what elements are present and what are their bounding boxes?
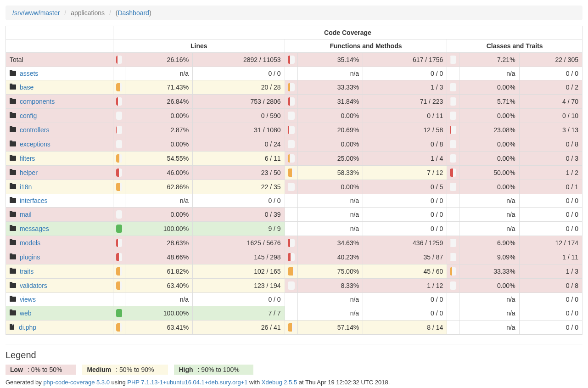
cell-ct-frac: 3 / 13 bbox=[519, 123, 582, 137]
cell-name: models bbox=[6, 236, 113, 250]
cell-ct-bar bbox=[447, 264, 459, 279]
cell-lines-bar bbox=[113, 264, 125, 279]
col-blank bbox=[6, 26, 113, 39]
cell-lines-frac: 145 / 298 bbox=[193, 250, 285, 264]
row-link[interactable]: plugins bbox=[20, 253, 40, 261]
cell-fm-pct: 20.69% bbox=[298, 123, 363, 137]
breadcrumb-dashboard[interactable]: Dashboard bbox=[118, 9, 149, 17]
cell-ct-pct: 23.08% bbox=[459, 123, 519, 137]
footer-xdebug[interactable]: Xdebug 2.5.5 bbox=[262, 379, 297, 386]
cell-name: controllers bbox=[6, 123, 113, 137]
cell-ct-bar bbox=[447, 123, 459, 137]
row-link[interactable]: assets bbox=[20, 70, 38, 77]
table-row: assetsn/a0 / 0n/a0 / 0n/a0 / 0 bbox=[6, 67, 582, 80]
cell-name: traits bbox=[6, 264, 113, 279]
cell-lines-frac: 0 / 0 bbox=[193, 293, 285, 306]
row-link[interactable]: web bbox=[20, 309, 32, 317]
cell-lines-bar bbox=[113, 293, 125, 306]
cell-fm-frac: 12 / 58 bbox=[363, 123, 447, 137]
cell-ct-bar bbox=[447, 236, 459, 250]
row-link[interactable]: i18n bbox=[20, 183, 32, 191]
cell-ct-bar bbox=[447, 306, 459, 321]
cell-lines-frac: 0 / 24 bbox=[193, 137, 285, 152]
cell-fm-frac: 1 / 4 bbox=[363, 152, 447, 166]
row-link[interactable]: controllers bbox=[20, 126, 50, 134]
folder-icon bbox=[10, 184, 16, 189]
folder-icon bbox=[10, 198, 16, 203]
table-row: Total26.16%2892 / 1105335.14%617 / 17567… bbox=[6, 53, 582, 67]
row-link[interactable]: views bbox=[20, 296, 36, 303]
row-link[interactable]: config bbox=[20, 112, 37, 119]
cell-lines-frac: 31 / 1080 bbox=[193, 123, 285, 137]
cell-ct-pct: n/a bbox=[459, 194, 519, 208]
cell-lines-frac: 0 / 0 bbox=[193, 67, 285, 80]
table-row: plugins48.66%145 / 29840.23%35 / 879.09%… bbox=[6, 250, 582, 264]
row-link[interactable]: helper bbox=[20, 169, 38, 176]
row-link[interactable]: base bbox=[20, 84, 34, 91]
cell-ct-pct: 5.71% bbox=[459, 95, 519, 109]
cell-lines-bar bbox=[113, 123, 125, 137]
cell-lines-frac: 7 / 7 bbox=[193, 306, 285, 321]
cell-fm-bar bbox=[285, 208, 298, 222]
cell-ct-frac: 0 / 2 bbox=[519, 80, 582, 95]
cell-name: base bbox=[6, 80, 113, 95]
legend-low: Low: 0% to 50% bbox=[6, 365, 76, 375]
cell-lines-pct: 48.66% bbox=[125, 250, 193, 264]
folder-icon bbox=[10, 310, 16, 315]
table-row: components26.84%753 / 280631.84%71 / 223… bbox=[6, 95, 582, 109]
row-link[interactable]: traits bbox=[20, 268, 34, 275]
cell-ct-bar bbox=[447, 152, 459, 166]
row-link[interactable]: filters bbox=[20, 155, 35, 162]
cell-ct-frac: 0 / 8 bbox=[519, 279, 582, 293]
row-link[interactable]: messages bbox=[20, 225, 49, 232]
folder-icon bbox=[10, 212, 16, 217]
folder-icon bbox=[10, 156, 16, 161]
cell-fm-pct: 40.23% bbox=[298, 250, 363, 264]
cell-fm-pct: 35.14% bbox=[298, 53, 363, 67]
col-fm: Functions and Methods bbox=[285, 39, 447, 53]
cell-name: assets bbox=[6, 67, 113, 80]
cell-ct-pct: n/a bbox=[459, 306, 519, 321]
cell-fm-bar bbox=[285, 264, 298, 279]
row-link[interactable]: models bbox=[20, 239, 40, 247]
cell-name: views bbox=[6, 293, 113, 306]
cell-fm-pct: 25.00% bbox=[298, 152, 363, 166]
breadcrumb-root[interactable]: /srv/www/master bbox=[12, 9, 60, 17]
cell-fm-bar bbox=[285, 95, 298, 109]
footer-pcc[interactable]: php-code-coverage 5.3.0 bbox=[43, 379, 110, 386]
cell-fm-frac: 7 / 12 bbox=[363, 166, 447, 180]
cell-ct-frac: 0 / 0 bbox=[519, 208, 582, 222]
coverage-table: Code Coverage Lines Functions and Method… bbox=[6, 26, 582, 335]
cell-ct-frac: 0 / 8 bbox=[519, 137, 582, 152]
row-link[interactable]: di.php bbox=[19, 324, 36, 331]
cell-ct-pct: n/a bbox=[459, 222, 519, 236]
table-row: models28.63%1625 / 567634.63%436 / 12596… bbox=[6, 236, 582, 250]
row-link[interactable]: mail bbox=[20, 211, 32, 218]
col-coverage: Code Coverage bbox=[113, 26, 582, 39]
cell-fm-bar bbox=[285, 80, 298, 95]
cell-ct-frac: 0 / 0 bbox=[519, 293, 582, 306]
cell-lines-pct: 100.00% bbox=[125, 306, 193, 321]
cell-fm-pct: 34.63% bbox=[298, 236, 363, 250]
cell-fm-pct: 58.33% bbox=[298, 166, 363, 180]
cell-name: di.php bbox=[6, 321, 113, 335]
cell-lines-pct: 26.84% bbox=[125, 95, 193, 109]
table-row: controllers2.87%31 / 108020.69%12 / 5823… bbox=[6, 123, 582, 137]
cell-name: plugins bbox=[6, 250, 113, 264]
cell-name: helper bbox=[6, 166, 113, 180]
footer-php[interactable]: PHP 7.1.13-1+ubuntu16.04.1+deb.sury.org+… bbox=[127, 379, 247, 386]
row-link[interactable]: interfaces bbox=[20, 197, 48, 204]
cell-name: exceptions bbox=[6, 137, 113, 152]
cell-fm-pct: 0.00% bbox=[298, 109, 363, 123]
col-ct: Classes and Traits bbox=[447, 39, 582, 53]
cell-ct-bar bbox=[447, 222, 459, 236]
cell-ct-bar bbox=[447, 137, 459, 152]
cell-fm-frac: 71 / 223 bbox=[363, 95, 447, 109]
cell-name: i18n bbox=[6, 180, 113, 194]
cell-ct-bar bbox=[447, 321, 459, 335]
cell-ct-pct: 33.33% bbox=[459, 264, 519, 279]
row-link[interactable]: components bbox=[20, 98, 55, 105]
row-link[interactable]: validators bbox=[20, 282, 47, 289]
cell-lines-pct: 0.00% bbox=[125, 208, 193, 222]
row-link[interactable]: exceptions bbox=[20, 141, 50, 148]
